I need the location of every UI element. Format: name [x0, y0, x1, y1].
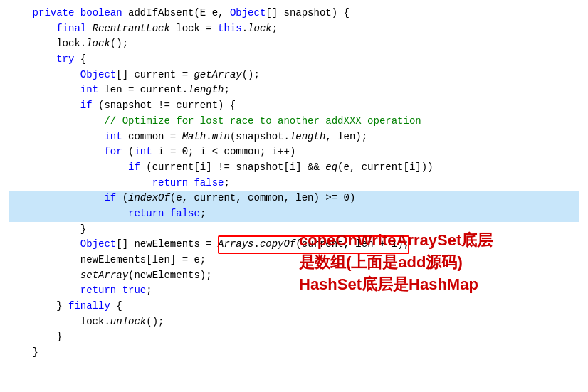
code-line-10: for (int i = 0; i < common; i++)	[9, 144, 579, 160]
code-line-19: return true;	[9, 283, 579, 299]
code-line-7: if (snapshot != current) {	[9, 98, 579, 114]
code-line-9: int common = Math.min(snapshot.length, l…	[9, 129, 579, 145]
code-line-18: setArray(newElements);	[9, 268, 579, 284]
code-line-21: lock.unlock();	[9, 314, 579, 330]
code-line-22: }	[9, 329, 579, 345]
code-line-6: int len = current.length;	[9, 83, 579, 98]
code-line-2: final ReentrantLock lock = this.lock;	[9, 21, 579, 37]
code-line-11: if (current[i] != snapshot[i] && eq(e, c…	[9, 160, 579, 176]
annotation-line3: HashSet底层是HashMap	[299, 275, 478, 293]
annotation-line2: 是数组(上面是add源码)	[299, 253, 463, 271]
code-line-12: return false;	[9, 176, 579, 191]
code-line-20: } finally {	[9, 299, 579, 314]
annotation-line1: copeOnWriteArraySet底层	[299, 231, 493, 249]
code-line-8: // Optimize for lost race to another add…	[9, 114, 579, 129]
code-line-1: private boolean addIfAbsent(E e, Object[…	[9, 6, 579, 21]
code-line-14: return false;	[9, 206, 579, 222]
code-line-17: newElements[len] = e;	[9, 253, 579, 268]
code-line-13: if (indexOf(e, current, common, len) >= …	[9, 191, 579, 206]
chinese-annotation: copeOnWriteArraySet底层是数组(上面是add源码)HashSe…	[299, 230, 493, 295]
code-line-23: }	[9, 345, 579, 361]
code-container: private boolean addIfAbsent(E e, Object[…	[0, 0, 588, 366]
code-line-16: Object[] newElements = Arrays.copyOf(cur…	[9, 237, 579, 253]
code-line-5: Object[] current = getArray();	[9, 68, 579, 83]
code-line-4: try {	[9, 52, 579, 68]
code-line-3: lock.lock();	[9, 36, 579, 52]
code-line-15: }	[9, 222, 579, 238]
